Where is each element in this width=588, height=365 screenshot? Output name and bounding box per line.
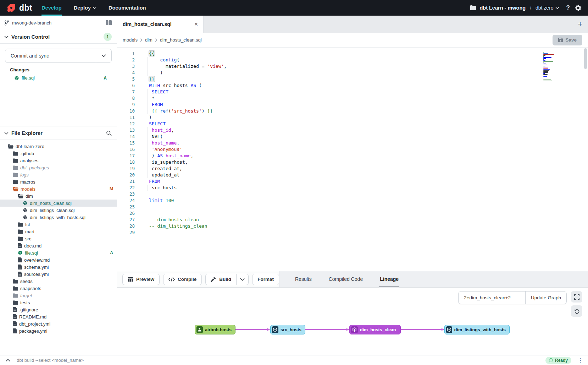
tree-item-snapshots[interactable]: snapshots [0,285,117,292]
tree-item-dim-hosts-clean-sql[interactable]: dim_hosts_clean.sql [0,200,117,207]
lineage-node-dim-listings-with-hosts[interactable]: dim_listings_with_hosts [444,325,510,334]
tree-item-packages-yml[interactable]: packages.yml [0,327,117,334]
editor-tab[interactable]: dim_hosts_clean.sql ✕ [117,16,204,33]
tree-item-dim[interactable]: dim [0,192,117,200]
format-button[interactable]: Format [252,274,279,285]
code-line[interactable]: 'Anonymous' [149,146,588,153]
tab-compiled-code[interactable]: Compiled Code [328,271,364,287]
tree-item--gitignore[interactable]: .gitignore [0,306,117,313]
code-line[interactable] [149,204,588,210]
tree-item-macros[interactable]: macros [0,178,117,185]
branch-row[interactable]: mwong-dev-branch [0,16,117,30]
code-line[interactable]: FROM [149,102,588,108]
build-button[interactable]: Build [206,274,236,285]
tree-item-docs-md[interactable]: docs.md [0,242,117,249]
tree-item-tests[interactable]: tests [0,299,117,306]
kebab-menu-icon[interactable]: ⋮ [578,357,583,364]
tree-item-analyses[interactable]: analyses [0,157,117,164]
search-icon[interactable] [106,130,112,136]
tree-item-dbt-learn-zero[interactable]: dbt-learn-zero [0,143,117,150]
tree-item-dbt-project-yml[interactable]: dbt_project.yml [0,320,117,327]
code-line[interactable]: NVL( [149,134,588,140]
tree-item-file-sql[interactable]: file.sqlA [0,249,117,256]
code-line[interactable]: src_hosts [149,185,588,191]
code-line[interactable]: is_superhost, [149,159,588,165]
tree-item-mart[interactable]: mart [0,228,117,235]
reset-view-button[interactable] [571,305,582,317]
tree-item-models[interactable]: modelsM [0,185,117,192]
save-button[interactable]: Save [553,35,582,45]
update-graph-button[interactable]: Update Graph [525,292,566,304]
project-name[interactable]: dbt Learn - mwong [479,5,526,11]
code-line[interactable]: limit 100 [149,197,588,204]
code-line[interactable]: * [149,95,588,102]
code-line[interactable]: ) [149,114,588,121]
close-icon[interactable]: ✕ [194,21,198,27]
tree-item-overview-md[interactable]: overview.md [0,256,117,263]
code-line[interactable] [149,210,588,217]
lineage-selector-input[interactable]: 2+dim_hosts_clean+2 [459,292,525,304]
nav-item-documentation[interactable]: Documentation [109,0,146,16]
code-line[interactable]: ) [149,70,588,76]
build-options-caret[interactable] [236,274,248,285]
code-line[interactable]: SELECT [149,89,588,95]
tab-results[interactable]: Results [294,271,312,287]
code-line[interactable]: updated_at [149,172,588,178]
code-line[interactable]: -- dim_listings_clean [149,223,588,229]
code-line[interactable]: }} [149,76,588,82]
new-tab-button[interactable]: + [572,16,588,33]
minimap[interactable] [543,52,554,83]
help-icon[interactable]: ? [566,4,570,11]
tree-item-seeds[interactable]: seeds [0,278,117,285]
dbt-logo[interactable]: dbt [0,3,41,13]
tree-item-target[interactable]: target [0,292,117,299]
code-line[interactable]: FROM [149,178,588,185]
lineage-node-src-hosts[interactable]: src_hosts [270,325,305,334]
tree-item--github[interactable]: .github [0,150,117,157]
tree-item-src[interactable]: src [0,235,117,242]
file-explorer-header[interactable]: File Explorer [0,126,117,140]
lineage-node-dim-hosts-clean[interactable]: dim_hosts_clean [349,325,401,334]
tree-item-logs[interactable]: logs [0,171,117,178]
tree-item-fct[interactable]: fct [0,221,117,228]
lineage-node-airbnb-hosts[interactable]: airbnb.hosts [195,325,235,334]
breadcrumb-item[interactable]: dim_hosts_clean.sql [160,37,202,43]
code-line[interactable]: WITH src_hosts AS ( [149,82,588,89]
code-area[interactable]: {{ config( materialized = 'view', )}}WIT… [140,48,588,271]
code-line[interactable]: host_name, [149,140,588,146]
code-line[interactable]: host_id, [149,127,588,134]
code-line[interactable] [149,229,588,236]
code-line[interactable]: created_at, [149,165,588,172]
code-line[interactable]: {{ ref('src_hosts') }} [149,108,588,114]
chevron-up-icon[interactable] [6,359,10,362]
preview-button[interactable]: Preview [122,274,160,285]
environment-selector[interactable]: dbt zero [536,5,559,11]
version-control-header[interactable]: Version Control 1 [0,30,117,44]
fullscreen-button[interactable] [571,291,582,303]
tab-lineage[interactable]: Lineage [379,271,399,287]
code-line[interactable]: ) AS host_name, [149,153,588,159]
code-line[interactable]: config( [149,57,588,63]
commit-and-sync-button[interactable]: Commit and sync [5,49,112,63]
compile-button[interactable]: Compile [163,274,202,285]
tree-item-dim-listings-with-hosts-sql[interactable]: dim_listings_with_hosts.sql [0,214,117,221]
code-line[interactable]: SELECT [149,121,588,127]
code-editor[interactable]: 1234567891011121314151617181920212223242… [117,47,588,271]
gear-icon[interactable] [575,5,582,11]
breadcrumb-item[interactable]: dim [145,37,152,43]
tree-item-dim-listings-clean-sql[interactable]: dim_listings_clean.sql [0,207,117,214]
command-input[interactable]: dbt build --select <model_name> [17,358,539,363]
code-line[interactable] [149,191,588,197]
changed-file-row[interactable]: file.sql A [10,75,107,81]
commit-options-caret[interactable] [96,49,111,62]
nav-item-deploy[interactable]: Deploy [74,0,96,16]
nav-item-develop[interactable]: Develop [41,0,61,16]
tree-item-sources-yml[interactable]: sources.yml [0,271,117,278]
breadcrumb-item[interactable]: models [123,37,138,43]
code-line[interactable]: {{ [149,50,588,57]
docs-panel-icon[interactable] [106,20,112,25]
tree-item-readme-md[interactable]: README.md [0,313,117,320]
editor-scrollbar[interactable] [584,48,587,69]
code-line[interactable]: -- dim_hosts_clean [149,217,588,223]
code-line[interactable]: materialized = 'view', [149,63,588,70]
